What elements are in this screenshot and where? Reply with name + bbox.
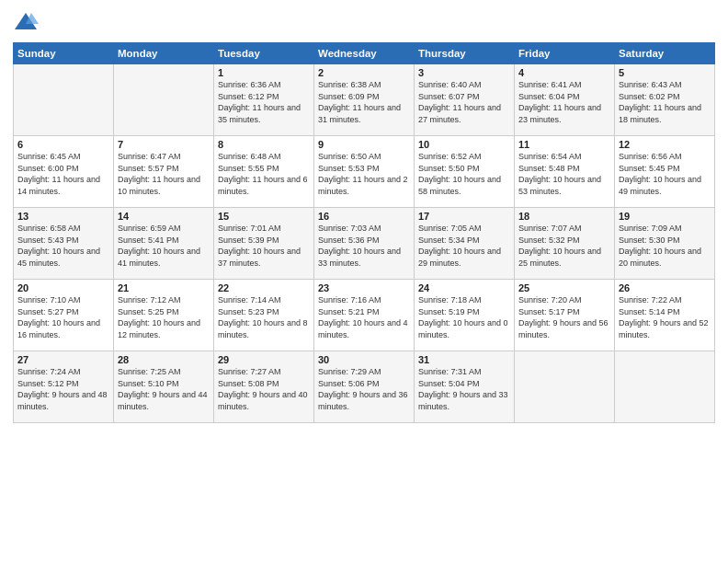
calendar-cell: 15Sunrise: 7:01 AMSunset: 5:39 PMDayligh… (214, 208, 314, 280)
day-number: 27 (17, 354, 109, 365)
week-row-5: 27Sunrise: 7:24 AMSunset: 5:12 PMDayligh… (14, 351, 715, 423)
cell-content: Sunrise: 6:41 AMSunset: 6:04 PMDaylight:… (518, 79, 610, 125)
day-number: 16 (318, 211, 410, 222)
day-number: 28 (118, 354, 210, 365)
cell-content: Sunrise: 7:14 AMSunset: 5:23 PMDaylight:… (218, 294, 310, 340)
calendar-cell (114, 64, 214, 136)
logo-icon (13, 9, 39, 35)
cell-content: Sunrise: 6:47 AMSunset: 5:57 PMDaylight:… (118, 151, 210, 197)
calendar-cell: 27Sunrise: 7:24 AMSunset: 5:12 PMDayligh… (14, 351, 114, 423)
calendar-cell: 19Sunrise: 7:09 AMSunset: 5:30 PMDayligh… (615, 208, 715, 280)
cell-content: Sunrise: 6:50 AMSunset: 5:53 PMDaylight:… (318, 151, 410, 197)
day-number: 5 (619, 67, 711, 78)
cell-content: Sunrise: 7:18 AMSunset: 5:19 PMDaylight:… (418, 294, 510, 340)
cell-content: Sunrise: 6:52 AMSunset: 5:50 PMDaylight:… (418, 151, 510, 197)
calendar-cell: 5Sunrise: 6:43 AMSunset: 6:02 PMDaylight… (615, 64, 715, 136)
calendar-cell (615, 351, 715, 423)
col-header-saturday: Saturday (615, 43, 715, 64)
week-row-1: 1Sunrise: 6:36 AMSunset: 6:12 PMDaylight… (14, 64, 715, 136)
day-number: 18 (518, 211, 610, 222)
calendar-cell: 24Sunrise: 7:18 AMSunset: 5:19 PMDayligh… (415, 280, 515, 351)
logo (13, 9, 41, 35)
calendar-cell: 2Sunrise: 6:38 AMSunset: 6:09 PMDaylight… (314, 64, 415, 136)
day-number: 1 (218, 67, 310, 78)
day-number: 17 (418, 211, 510, 222)
calendar-cell: 12Sunrise: 6:56 AMSunset: 5:45 PMDayligh… (615, 136, 715, 208)
cell-content: Sunrise: 6:48 AMSunset: 5:55 PMDaylight:… (218, 151, 310, 197)
calendar-cell: 4Sunrise: 6:41 AMSunset: 6:04 PMDaylight… (515, 64, 615, 136)
cell-content: Sunrise: 6:58 AMSunset: 5:43 PMDaylight:… (17, 223, 109, 269)
calendar-cell: 10Sunrise: 6:52 AMSunset: 5:50 PMDayligh… (415, 136, 515, 208)
calendar-cell: 16Sunrise: 7:03 AMSunset: 5:36 PMDayligh… (314, 208, 415, 280)
day-number: 14 (118, 211, 210, 222)
calendar-cell: 17Sunrise: 7:05 AMSunset: 5:34 PMDayligh… (415, 208, 515, 280)
day-number: 29 (218, 354, 310, 365)
day-number: 11 (518, 139, 610, 150)
cell-content: Sunrise: 7:22 AMSunset: 5:14 PMDaylight:… (619, 294, 711, 340)
cell-content: Sunrise: 7:05 AMSunset: 5:34 PMDaylight:… (418, 223, 510, 269)
calendar-cell: 21Sunrise: 7:12 AMSunset: 5:25 PMDayligh… (114, 280, 214, 351)
day-number: 26 (619, 282, 711, 293)
calendar-cell (14, 64, 114, 136)
day-number: 23 (318, 282, 410, 293)
calendar-cell: 3Sunrise: 6:40 AMSunset: 6:07 PMDaylight… (415, 64, 515, 136)
day-number: 30 (318, 354, 410, 365)
col-header-wednesday: Wednesday (314, 43, 415, 64)
day-number: 6 (17, 139, 109, 150)
week-row-4: 20Sunrise: 7:10 AMSunset: 5:27 PMDayligh… (14, 280, 715, 351)
day-number: 8 (218, 139, 310, 150)
calendar-cell: 31Sunrise: 7:31 AMSunset: 5:04 PMDayligh… (415, 351, 515, 423)
col-header-friday: Friday (515, 43, 615, 64)
day-number: 25 (518, 282, 610, 293)
cell-content: Sunrise: 7:25 AMSunset: 5:10 PMDaylight:… (118, 366, 210, 412)
day-number: 20 (17, 282, 109, 293)
day-number: 19 (619, 211, 711, 222)
calendar-cell: 25Sunrise: 7:20 AMSunset: 5:17 PMDayligh… (515, 280, 615, 351)
day-number: 22 (218, 282, 310, 293)
cell-content: Sunrise: 7:01 AMSunset: 5:39 PMDaylight:… (218, 223, 310, 269)
calendar-cell: 11Sunrise: 6:54 AMSunset: 5:48 PMDayligh… (515, 136, 615, 208)
header-row: SundayMondayTuesdayWednesdayThursdayFrid… (14, 43, 715, 64)
calendar-cell: 23Sunrise: 7:16 AMSunset: 5:21 PMDayligh… (314, 280, 415, 351)
calendar-cell: 22Sunrise: 7:14 AMSunset: 5:23 PMDayligh… (214, 280, 314, 351)
day-number: 10 (418, 139, 510, 150)
day-number: 3 (418, 67, 510, 78)
week-row-2: 6Sunrise: 6:45 AMSunset: 6:00 PMDaylight… (14, 136, 715, 208)
day-number: 7 (118, 139, 210, 150)
cell-content: Sunrise: 6:38 AMSunset: 6:09 PMDaylight:… (318, 79, 410, 125)
cell-content: Sunrise: 6:43 AMSunset: 6:02 PMDaylight:… (619, 79, 711, 125)
calendar-cell: 30Sunrise: 7:29 AMSunset: 5:06 PMDayligh… (314, 351, 415, 423)
calendar-cell: 26Sunrise: 7:22 AMSunset: 5:14 PMDayligh… (615, 280, 715, 351)
col-header-tuesday: Tuesday (214, 43, 314, 64)
cell-content: Sunrise: 7:24 AMSunset: 5:12 PMDaylight:… (17, 366, 109, 412)
calendar-cell: 20Sunrise: 7:10 AMSunset: 5:27 PMDayligh… (14, 280, 114, 351)
calendar-cell: 13Sunrise: 6:58 AMSunset: 5:43 PMDayligh… (14, 208, 114, 280)
cell-content: Sunrise: 7:31 AMSunset: 5:04 PMDaylight:… (418, 366, 510, 412)
day-number: 21 (118, 282, 210, 293)
calendar-cell: 7Sunrise: 6:47 AMSunset: 5:57 PMDaylight… (114, 136, 214, 208)
day-number: 4 (518, 67, 610, 78)
cell-content: Sunrise: 7:29 AMSunset: 5:06 PMDaylight:… (318, 366, 410, 412)
calendar-cell (515, 351, 615, 423)
cell-content: Sunrise: 6:45 AMSunset: 6:00 PMDaylight:… (17, 151, 109, 197)
day-number: 12 (619, 139, 711, 150)
col-header-monday: Monday (114, 43, 214, 64)
week-row-3: 13Sunrise: 6:58 AMSunset: 5:43 PMDayligh… (14, 208, 715, 280)
cell-content: Sunrise: 7:09 AMSunset: 5:30 PMDaylight:… (619, 223, 711, 269)
cell-content: Sunrise: 6:59 AMSunset: 5:41 PMDaylight:… (118, 223, 210, 269)
cell-content: Sunrise: 7:10 AMSunset: 5:27 PMDaylight:… (17, 294, 109, 340)
col-header-thursday: Thursday (415, 43, 515, 64)
calendar-cell: 8Sunrise: 6:48 AMSunset: 5:55 PMDaylight… (214, 136, 314, 208)
calendar-cell: 9Sunrise: 6:50 AMSunset: 5:53 PMDaylight… (314, 136, 415, 208)
calendar-cell: 28Sunrise: 7:25 AMSunset: 5:10 PMDayligh… (114, 351, 214, 423)
day-number: 15 (218, 211, 310, 222)
page: SundayMondayTuesdayWednesdayThursdayFrid… (0, 0, 728, 563)
calendar-cell: 14Sunrise: 6:59 AMSunset: 5:41 PMDayligh… (114, 208, 214, 280)
cell-content: Sunrise: 7:07 AMSunset: 5:32 PMDaylight:… (518, 223, 610, 269)
day-number: 9 (318, 139, 410, 150)
calendar-cell: 6Sunrise: 6:45 AMSunset: 6:00 PMDaylight… (14, 136, 114, 208)
calendar-cell: 18Sunrise: 7:07 AMSunset: 5:32 PMDayligh… (515, 208, 615, 280)
cell-content: Sunrise: 6:54 AMSunset: 5:48 PMDaylight:… (518, 151, 610, 197)
cell-content: Sunrise: 6:56 AMSunset: 5:45 PMDaylight:… (619, 151, 711, 197)
cell-content: Sunrise: 7:27 AMSunset: 5:08 PMDaylight:… (218, 366, 310, 412)
